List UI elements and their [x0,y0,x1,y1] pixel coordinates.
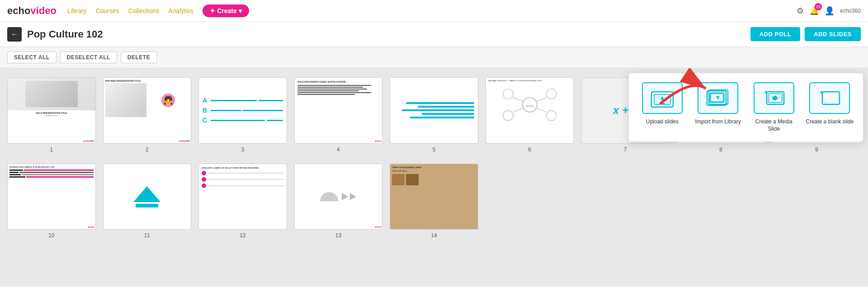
create-blank-label: Create a blank slide [806,118,854,126]
title-bar-actions: ADD POLL ADD SLIDES [750,27,861,41]
notification-count: 25 [815,3,822,10]
svg-point-4 [503,111,513,121]
create-media-option[interactable]: + Create a Media Slide [750,82,798,132]
network-diagram: echo [488,83,572,127]
nav-library[interactable]: Library [67,7,87,14]
slide-item[interactable]: 5 [390,77,478,153]
header-right: ⚙ 🔔 25 👤 echo360 [797,6,861,16]
svg-point-2 [503,89,513,99]
svg-line-8 [513,108,523,112]
settings-icon[interactable]: ⚙ [797,6,804,16]
echo-watermark: echo [375,140,381,142]
slide-number: 14 [431,232,437,239]
echo-watermark: echo [88,226,94,228]
import-library-option[interactable]: Import from Library [694,82,743,132]
upload-slides-icon [642,82,683,114]
slide-number: 1 [50,146,53,153]
import-library-icon [698,82,738,114]
select-all-button[interactable]: SELECT ALL [7,52,57,63]
notification-bell[interactable]: 🔔 25 [809,6,819,16]
svg-point-3 [546,89,556,99]
import-icon-svg [706,87,730,109]
svg-rect-29 [824,94,838,103]
slide-thumbnail[interactable]: A B C [198,77,287,144]
echo360-text: echo360 [840,8,861,14]
slide-item[interactable]: 11 [103,164,192,239]
slide-thumbnail[interactable]: HIGHLIGHTS: SAMPLE OF BULLET POINTS WITH… [198,164,287,230]
add-poll-button[interactable]: ADD POLL [750,27,800,41]
slide-item[interactable]: Talo-cural (ankle) Joint Tibia and Talus… [390,164,478,239]
slide-thumbnail[interactable]: SOLO PRESENTATION TITLE subtitle text he… [7,77,96,144]
nav-collections[interactable]: Collections [128,7,159,14]
title-bar: ← Pop Culture 102 ADD POLL ADD SLIDES [0,22,868,47]
slide-thumbnail[interactable]: echo [294,164,383,230]
logo-echo: echo [7,5,30,17]
slide-number: 7 [624,146,627,153]
user-icon[interactable]: 👤 [825,6,835,16]
slide-number: 5 [433,146,436,153]
slide-item[interactable]: PARTNER PRESENTATION TITLE 👧 echo360 2 [103,77,192,153]
slide-thumbnail[interactable]: INTRODUCTION: SAMPLE OF SLIDE WITHOUT TE… [7,164,96,230]
echo-watermark: echo360 [179,140,190,142]
media-icon-svg: + [762,87,786,109]
slide-thumbnail[interactable] [390,77,478,144]
add-slides-dropdown: Upload slides Import from Library + [628,73,863,142]
create-blank-icon: + [809,82,850,114]
svg-rect-17 [710,94,723,103]
slide-item[interactable]: DIAGRAM: A PRODUCT - SAMPLE OF NETWORKIN… [486,77,574,153]
deselect-all-button[interactable]: DESELECT ALL [60,52,117,63]
slide-number: 6 [528,146,531,153]
slide-thumbnail[interactable]: PARTNER PRESENTATION TITLE 👧 echo360 [103,77,192,144]
slide-number: 4 [337,146,340,153]
create-media-icon: + [754,82,794,114]
back-button[interactable]: ← [7,27,22,42]
slide-thumbnail[interactable] [103,164,192,230]
slide-thumbnail[interactable]: Talo-cural (ankle) Joint Tibia and Talus [390,164,478,230]
upload-slides-label: Upload slides [646,118,679,126]
svg-line-9 [537,108,546,112]
slides-row2: INTRODUCTION: SAMPLE OF SLIDE WITHOUT TE… [7,164,861,239]
create-blank-option[interactable]: + Create a blank slide [806,82,854,132]
upload-slides-option[interactable]: Upload slides [638,82,687,132]
svg-point-5 [546,111,556,121]
import-library-label: Import from Library [695,118,741,126]
create-button[interactable]: ✦ Create ▾ [203,5,249,17]
action-bar: SELECT ALL DESELECT ALL DELETE [0,47,868,68]
nav-courses[interactable]: Courses [96,7,119,14]
add-slides-button[interactable]: ADD SLIDES [805,27,861,41]
delete-button[interactable]: DELETE [121,52,157,63]
svg-line-6 [513,98,523,101]
nav-analytics[interactable]: Analytics [168,7,193,14]
slide-number: 11 [144,232,150,239]
slide-number: 10 [48,232,54,239]
main-content: SOLO PRESENTATION TITLE subtitle text he… [0,68,868,285]
create-media-label: Create a Media Slide [750,118,798,132]
page-title: Pop Culture 102 [27,28,745,40]
nav-links: Library Courses Collections Analytics ✦ … [67,5,797,17]
slide-number: 8 [719,146,722,153]
logo-video: video [30,5,56,17]
slide-number: 2 [146,146,149,153]
slide-item[interactable]: INTRODUCTION: SAMPLE OF SLIDE WITHOUT TE… [7,164,96,239]
slide-number: 13 [335,232,341,239]
echo-watermark: echo [375,226,381,228]
logo: echovideo [7,5,57,17]
svg-text:echo: echo [526,104,534,108]
slide-item[interactable]: SOLO PRESENTATION TITLE subtitle text he… [7,77,96,153]
slide-number: 9 [815,146,818,153]
app-header: echovideo Library Courses Collections An… [0,0,868,22]
slide-item[interactable]: echo 13 [294,164,383,239]
slide-number: 3 [241,146,245,153]
slide-thumbnail[interactable]: SOLO DISCUSSION GUIDE: NATIVE FOSTER ech… [294,77,383,144]
blank-icon-svg: + [818,87,841,109]
upload-icon-svg [651,87,674,109]
slide-number: 12 [240,232,245,239]
slide-item[interactable]: SOLO DISCUSSION GUIDE: NATIVE FOSTER ech… [294,77,383,153]
echo-watermark: echo360 [84,140,94,142]
slide-item[interactable]: HIGHLIGHTS: SAMPLE OF BULLET POINTS WITH… [198,164,287,239]
svg-line-7 [537,98,546,101]
slide-item[interactable]: A B C 3 [198,77,287,153]
slide-thumbnail[interactable]: DIAGRAM: A PRODUCT - SAMPLE OF NETWORKIN… [486,77,574,144]
